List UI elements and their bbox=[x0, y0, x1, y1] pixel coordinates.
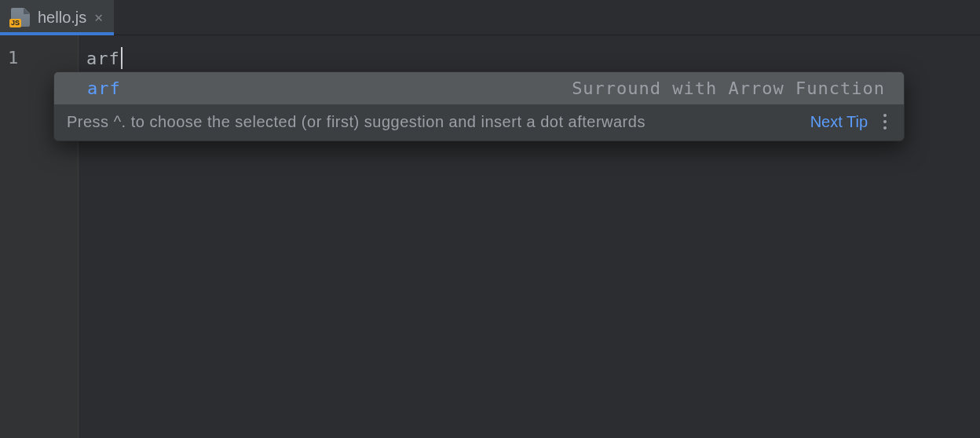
completion-item-description: Surround with Arrow Function bbox=[572, 78, 885, 98]
completion-footer: Press ^. to choose the selected (or firs… bbox=[54, 104, 904, 141]
text-caret bbox=[121, 47, 122, 69]
completion-item[interactable]: arf Surround with Arrow Function bbox=[54, 72, 904, 104]
line-number: 1 bbox=[0, 45, 79, 68]
close-icon[interactable]: ✕ bbox=[94, 10, 103, 24]
tab-label: hello.js bbox=[38, 9, 86, 27]
javascript-file-icon: JS bbox=[11, 8, 30, 27]
code-area[interactable]: arf arf Surround with Arrow Function Pre… bbox=[79, 35, 980, 438]
completion-popup: arf Surround with Arrow Function Press ^… bbox=[53, 71, 905, 141]
next-tip-link[interactable]: Next Tip bbox=[810, 113, 868, 131]
more-options-icon[interactable] bbox=[880, 111, 890, 133]
completion-hint: Press ^. to choose the selected (or firs… bbox=[67, 113, 798, 131]
code-line-1[interactable]: arf bbox=[86, 45, 980, 71]
completion-item-label: arf bbox=[87, 78, 121, 98]
editor: 1 arf arf Surround with Arrow Function P… bbox=[0, 35, 980, 438]
tab-bar: JS hello.js ✕ bbox=[0, 0, 980, 35]
tab-hello-js[interactable]: JS hello.js ✕ bbox=[0, 0, 114, 35]
code-text: arf bbox=[86, 49, 120, 68]
